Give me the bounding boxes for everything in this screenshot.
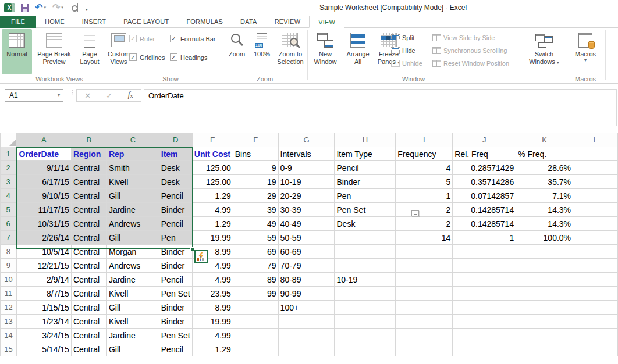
qat-customize-button[interactable]: ▾ <box>84 2 89 13</box>
cell-F8[interactable]: 69 <box>233 245 278 259</box>
cell-B13[interactable]: Central <box>71 315 106 329</box>
col-header-K[interactable]: K <box>516 133 573 147</box>
cell-F14[interactable] <box>233 329 278 342</box>
print-preview-button[interactable] <box>70 3 78 12</box>
macros-button[interactable]: Macros ▾ <box>569 29 602 74</box>
cell-G2[interactable]: 0-9 <box>278 161 335 175</box>
row-header-1[interactable]: 1 <box>1 147 17 161</box>
col-header-I[interactable]: I <box>396 133 453 147</box>
cell-E12[interactable]: 8.99 <box>192 301 233 315</box>
cell-L1[interactable] <box>573 147 618 161</box>
cell-E11[interactable]: 23.95 <box>192 287 233 301</box>
cell-A2[interactable]: 9/1/14 <box>16 161 71 175</box>
cell-G11[interactable]: 90-99 <box>278 287 335 301</box>
cell-L9[interactable] <box>573 259 618 273</box>
cell-F3[interactable]: 19 <box>233 175 278 189</box>
checkbox-icon[interactable]: ✓ <box>129 53 137 61</box>
cell-K1[interactable]: % Freq. <box>516 147 573 161</box>
cancel-icon[interactable]: ✕ <box>84 91 91 100</box>
cell-E15[interactable]: 1.29 <box>192 342 233 356</box>
cell-L2[interactable] <box>573 161 618 175</box>
cell-I9[interactable] <box>396 259 453 273</box>
cell-H15[interactable] <box>335 342 396 356</box>
cell-J2[interactable]: 0.28571429 <box>453 161 516 175</box>
cell-C4[interactable]: Gill <box>106 189 159 203</box>
cell-L13[interactable] <box>573 315 618 329</box>
cell-F11[interactable]: 99 <box>233 287 278 301</box>
cell-D3[interactable]: Desk <box>159 175 192 189</box>
cell-H12[interactable] <box>335 301 396 315</box>
cell-I14[interactable] <box>396 329 453 342</box>
cell-A8[interactable]: 10/5/14 <box>16 245 71 259</box>
cell-K9[interactable] <box>516 259 573 273</box>
cell-L8[interactable] <box>573 245 618 259</box>
cell-D12[interactable]: Binder <box>159 301 192 315</box>
cell-B2[interactable]: Central <box>71 161 106 175</box>
split-button[interactable]: Split <box>391 33 422 42</box>
row-header-3[interactable]: 3 <box>1 175 17 189</box>
col-header-C[interactable]: C <box>106 133 159 147</box>
cell-J14[interactable] <box>453 329 516 342</box>
fill-handle[interactable] <box>190 247 194 251</box>
tab-file[interactable]: FILE <box>0 16 36 28</box>
enter-icon[interactable]: ✓ <box>106 91 112 100</box>
tab-view[interactable]: VIEW <box>309 16 344 28</box>
cell-A10[interactable]: 2/9/14 <box>16 273 71 287</box>
row-header-13[interactable]: 13 <box>1 315 17 329</box>
cell-A12[interactable]: 1/15/15 <box>16 301 71 315</box>
cell-C12[interactable]: Gill <box>106 301 159 315</box>
cell-G14[interactable] <box>278 329 335 342</box>
cell-B5[interactable]: Central <box>71 203 106 217</box>
cell-I10[interactable] <box>396 273 453 287</box>
row-header-2[interactable]: 2 <box>1 161 17 175</box>
tab-review[interactable]: REVIEW <box>266 16 310 28</box>
cell-G3[interactable]: 10-19 <box>278 175 335 189</box>
cell-K5[interactable]: 14.3% <box>516 203 573 217</box>
cell-E13[interactable]: 19.99 <box>192 315 233 329</box>
cell-L10[interactable] <box>573 273 618 287</box>
cell-B7[interactable]: Central <box>71 231 106 245</box>
cell-F7[interactable]: 59 <box>233 231 278 245</box>
cell-H13[interactable] <box>335 315 396 329</box>
cell-I7[interactable]: 14 <box>396 231 453 245</box>
cell-I1[interactable]: Frequency <box>396 147 453 161</box>
cell-D2[interactable]: Desk <box>159 161 192 175</box>
cell-D10[interactable]: Pencil <box>159 273 192 287</box>
cell-H7[interactable] <box>335 231 396 245</box>
cell-A6[interactable]: 10/31/15 <box>16 217 71 231</box>
cell-F4[interactable]: 29 <box>233 189 278 203</box>
cell-L5[interactable] <box>573 203 618 217</box>
cell-D13[interactable]: Binder <box>159 315 192 329</box>
row-header-7[interactable]: 7 <box>1 231 17 245</box>
cell-D8[interactable]: Binder <box>159 245 192 259</box>
cell-A5[interactable]: 11/17/15 <box>16 203 71 217</box>
small-embedded-object[interactable] <box>411 210 419 216</box>
col-header-F[interactable]: F <box>233 133 278 147</box>
checkbox-formula-bar[interactable]: ✓Formula Bar <box>170 35 216 42</box>
cell-C9[interactable]: Andrews <box>106 259 159 273</box>
cell-K4[interactable]: 7.1% <box>516 189 573 203</box>
cell-G8[interactable]: 60-69 <box>278 245 335 259</box>
cell-K10[interactable] <box>516 273 573 287</box>
normal-view-button[interactable]: Normal <box>2 29 32 74</box>
cell-H9[interactable] <box>335 259 396 273</box>
cell-D1[interactable]: Item <box>159 147 192 161</box>
cell-L4[interactable] <box>573 189 618 203</box>
cell-D9[interactable]: Binder <box>159 259 192 273</box>
name-box-separator[interactable]: ⋮ <box>69 90 76 95</box>
cell-G9[interactable]: 70-79 <box>278 259 335 273</box>
cell-E10[interactable]: 4.99 <box>192 273 233 287</box>
cell-G5[interactable]: 30-39 <box>278 203 335 217</box>
checkbox-icon[interactable]: ✓ <box>170 53 177 61</box>
cell-B12[interactable]: Central <box>71 301 106 315</box>
page-break-preview-button[interactable]: Page Break Preview <box>33 29 75 74</box>
cell-B3[interactable]: Central <box>71 175 106 189</box>
cell-D15[interactable]: Pencil <box>159 342 192 356</box>
cell-J1[interactable]: Rel. Freq <box>453 147 516 161</box>
checkbox-icon[interactable]: ✓ <box>170 35 177 42</box>
cell-G13[interactable] <box>278 315 335 329</box>
cell-E1[interactable]: Unit Cost <box>192 147 233 161</box>
cell-A9[interactable]: 12/21/15 <box>16 259 71 273</box>
cell-D6[interactable]: Pencil <box>159 217 192 231</box>
col-header-J[interactable]: J <box>453 133 516 147</box>
